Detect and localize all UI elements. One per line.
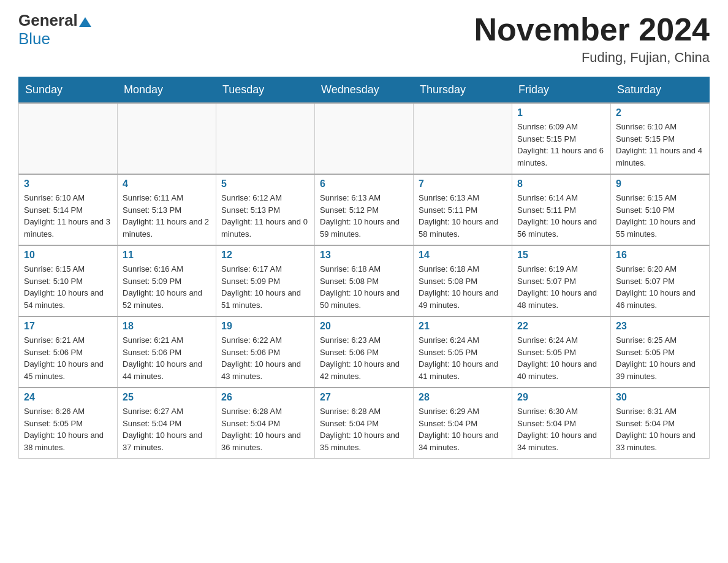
calendar-day-cell: 25Sunrise: 6:27 AMSunset: 5:04 PMDayligh… bbox=[118, 388, 216, 459]
calendar-week-row-3: 10Sunrise: 6:15 AMSunset: 5:10 PMDayligh… bbox=[19, 245, 710, 316]
calendar-day-cell: 3Sunrise: 6:10 AMSunset: 5:14 PMDaylight… bbox=[19, 174, 118, 245]
calendar-day-header-friday: Friday bbox=[512, 77, 611, 104]
calendar-day-cell bbox=[216, 103, 315, 174]
calendar-week-row-5: 24Sunrise: 6:26 AMSunset: 5:05 PMDayligh… bbox=[19, 388, 710, 459]
day-number: 1 bbox=[517, 107, 605, 118]
day-number: 25 bbox=[123, 392, 211, 403]
day-number: 14 bbox=[419, 250, 507, 261]
day-number: 10 bbox=[24, 250, 112, 261]
location-title: Fuding, Fujian, China bbox=[474, 50, 710, 66]
day-number: 24 bbox=[24, 392, 112, 403]
calendar-day-header-saturday: Saturday bbox=[611, 77, 710, 104]
calendar-day-cell: 9Sunrise: 6:15 AMSunset: 5:10 PMDaylight… bbox=[611, 174, 710, 245]
calendar-day-cell: 8Sunrise: 6:14 AMSunset: 5:11 PMDaylight… bbox=[512, 174, 611, 245]
day-number: 13 bbox=[320, 250, 408, 261]
logo: General Blue bbox=[18, 12, 93, 48]
day-number: 6 bbox=[320, 178, 408, 190]
day-number: 5 bbox=[221, 178, 309, 190]
day-number: 26 bbox=[221, 392, 309, 403]
day-info: Sunrise: 6:25 AMSunset: 5:05 PMDaylight:… bbox=[616, 334, 704, 382]
day-info: Sunrise: 6:31 AMSunset: 5:04 PMDaylight:… bbox=[616, 405, 704, 453]
logo-blue-text: Blue bbox=[18, 29, 50, 48]
day-number: 8 bbox=[517, 178, 605, 190]
day-number: 22 bbox=[517, 321, 605, 332]
day-number: 11 bbox=[123, 250, 211, 261]
calendar-day-cell: 18Sunrise: 6:21 AMSunset: 5:06 PMDayligh… bbox=[118, 316, 216, 388]
day-number: 23 bbox=[616, 321, 704, 332]
day-info: Sunrise: 6:24 AMSunset: 5:05 PMDaylight:… bbox=[419, 334, 507, 382]
calendar-day-cell: 24Sunrise: 6:26 AMSunset: 5:05 PMDayligh… bbox=[19, 388, 118, 459]
day-number: 30 bbox=[616, 392, 704, 403]
logo-general-text: General bbox=[18, 12, 78, 28]
calendar-day-cell: 1Sunrise: 6:09 AMSunset: 5:15 PMDaylight… bbox=[512, 103, 611, 174]
calendar-day-cell: 11Sunrise: 6:16 AMSunset: 5:09 PMDayligh… bbox=[118, 245, 216, 316]
day-number: 28 bbox=[419, 392, 507, 403]
calendar-day-header-monday: Monday bbox=[118, 77, 216, 104]
day-info: Sunrise: 6:12 AMSunset: 5:13 PMDaylight:… bbox=[221, 192, 309, 240]
day-info: Sunrise: 6:28 AMSunset: 5:04 PMDaylight:… bbox=[221, 405, 309, 453]
day-info: Sunrise: 6:13 AMSunset: 5:11 PMDaylight:… bbox=[419, 192, 507, 240]
calendar-week-row-2: 3Sunrise: 6:10 AMSunset: 5:14 PMDaylight… bbox=[19, 174, 710, 245]
calendar-day-cell: 22Sunrise: 6:24 AMSunset: 5:05 PMDayligh… bbox=[512, 316, 611, 388]
day-info: Sunrise: 6:23 AMSunset: 5:06 PMDaylight:… bbox=[320, 334, 408, 382]
calendar-day-cell: 2Sunrise: 6:10 AMSunset: 5:15 PMDaylight… bbox=[611, 103, 710, 174]
month-title: November 2024 bbox=[474, 12, 710, 47]
calendar-day-cell: 13Sunrise: 6:18 AMSunset: 5:08 PMDayligh… bbox=[315, 245, 414, 316]
day-number: 15 bbox=[517, 250, 605, 261]
day-info: Sunrise: 6:15 AMSunset: 5:10 PMDaylight:… bbox=[24, 263, 112, 311]
day-info: Sunrise: 6:20 AMSunset: 5:07 PMDaylight:… bbox=[616, 263, 704, 311]
calendar-table: SundayMondayTuesdayWednesdayThursdayFrid… bbox=[18, 77, 710, 459]
calendar-day-cell: 30Sunrise: 6:31 AMSunset: 5:04 PMDayligh… bbox=[611, 388, 710, 459]
day-info: Sunrise: 6:28 AMSunset: 5:04 PMDaylight:… bbox=[320, 405, 408, 453]
day-info: Sunrise: 6:22 AMSunset: 5:06 PMDaylight:… bbox=[221, 334, 309, 382]
day-number: 16 bbox=[616, 250, 704, 261]
day-info: Sunrise: 6:13 AMSunset: 5:12 PMDaylight:… bbox=[320, 192, 408, 240]
calendar-day-cell: 14Sunrise: 6:18 AMSunset: 5:08 PMDayligh… bbox=[414, 245, 512, 316]
day-number: 20 bbox=[320, 321, 408, 332]
day-number: 17 bbox=[24, 321, 112, 332]
calendar-week-row-1: 1Sunrise: 6:09 AMSunset: 5:15 PMDaylight… bbox=[19, 103, 710, 174]
calendar-day-cell: 12Sunrise: 6:17 AMSunset: 5:09 PMDayligh… bbox=[216, 245, 315, 316]
calendar-day-cell: 15Sunrise: 6:19 AMSunset: 5:07 PMDayligh… bbox=[512, 245, 611, 316]
calendar-day-cell: 21Sunrise: 6:24 AMSunset: 5:05 PMDayligh… bbox=[414, 316, 512, 388]
day-info: Sunrise: 6:27 AMSunset: 5:04 PMDaylight:… bbox=[123, 405, 211, 453]
calendar-day-cell: 20Sunrise: 6:23 AMSunset: 5:06 PMDayligh… bbox=[315, 316, 414, 388]
day-info: Sunrise: 6:21 AMSunset: 5:06 PMDaylight:… bbox=[24, 334, 112, 382]
calendar-day-cell: 7Sunrise: 6:13 AMSunset: 5:11 PMDaylight… bbox=[414, 174, 512, 245]
day-number: 18 bbox=[123, 321, 211, 332]
day-number: 12 bbox=[221, 250, 309, 261]
day-number: 27 bbox=[320, 392, 408, 403]
day-number: 4 bbox=[123, 178, 211, 190]
day-number: 29 bbox=[517, 392, 605, 403]
calendar-day-header-sunday: Sunday bbox=[19, 77, 118, 104]
day-info: Sunrise: 6:14 AMSunset: 5:11 PMDaylight:… bbox=[517, 192, 605, 240]
day-number: 19 bbox=[221, 321, 309, 332]
calendar-day-header-thursday: Thursday bbox=[414, 77, 512, 104]
calendar-day-cell: 6Sunrise: 6:13 AMSunset: 5:12 PMDaylight… bbox=[315, 174, 414, 245]
calendar-day-cell: 26Sunrise: 6:28 AMSunset: 5:04 PMDayligh… bbox=[216, 388, 315, 459]
day-info: Sunrise: 6:09 AMSunset: 5:15 PMDaylight:… bbox=[517, 121, 605, 169]
day-info: Sunrise: 6:10 AMSunset: 5:15 PMDaylight:… bbox=[616, 121, 704, 169]
day-number: 21 bbox=[419, 321, 507, 332]
day-number: 7 bbox=[419, 178, 507, 190]
calendar-day-cell bbox=[19, 103, 118, 174]
calendar-day-header-wednesday: Wednesday bbox=[315, 77, 414, 104]
calendar-day-cell: 28Sunrise: 6:29 AMSunset: 5:04 PMDayligh… bbox=[414, 388, 512, 459]
title-area: November 2024 Fuding, Fujian, China bbox=[474, 12, 710, 66]
calendar-day-cell: 29Sunrise: 6:30 AMSunset: 5:04 PMDayligh… bbox=[512, 388, 611, 459]
day-info: Sunrise: 6:26 AMSunset: 5:05 PMDaylight:… bbox=[24, 405, 112, 453]
day-number: 3 bbox=[24, 178, 112, 190]
day-info: Sunrise: 6:15 AMSunset: 5:10 PMDaylight:… bbox=[616, 192, 704, 240]
day-number: 9 bbox=[616, 178, 704, 190]
logo-triangle-icon bbox=[79, 17, 91, 27]
day-info: Sunrise: 6:16 AMSunset: 5:09 PMDaylight:… bbox=[123, 263, 211, 311]
day-number: 2 bbox=[616, 107, 704, 118]
day-info: Sunrise: 6:18 AMSunset: 5:08 PMDaylight:… bbox=[419, 263, 507, 311]
calendar-day-header-tuesday: Tuesday bbox=[216, 77, 315, 104]
day-info: Sunrise: 6:24 AMSunset: 5:05 PMDaylight:… bbox=[517, 334, 605, 382]
calendar-day-cell bbox=[315, 103, 414, 174]
calendar-day-cell: 23Sunrise: 6:25 AMSunset: 5:05 PMDayligh… bbox=[611, 316, 710, 388]
day-info: Sunrise: 6:29 AMSunset: 5:04 PMDaylight:… bbox=[419, 405, 507, 453]
calendar-day-cell: 27Sunrise: 6:28 AMSunset: 5:04 PMDayligh… bbox=[315, 388, 414, 459]
calendar-day-cell: 10Sunrise: 6:15 AMSunset: 5:10 PMDayligh… bbox=[19, 245, 118, 316]
